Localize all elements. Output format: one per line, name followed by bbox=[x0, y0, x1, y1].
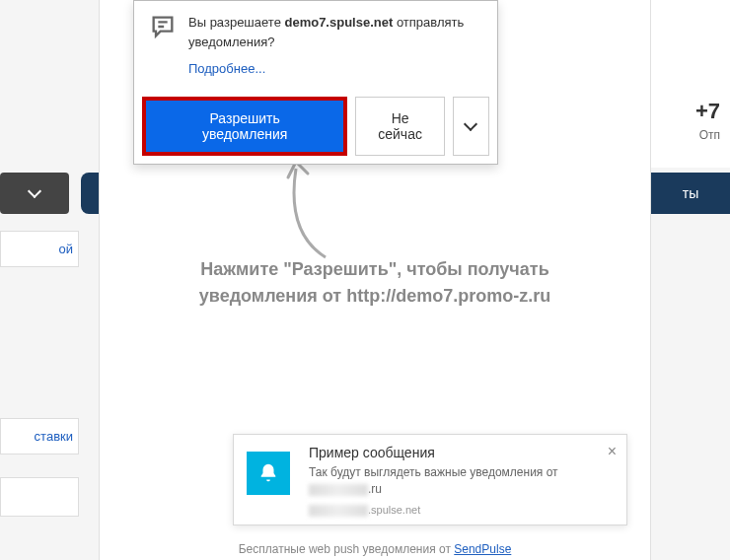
permission-more-link[interactable]: Подробнее... bbox=[188, 61, 265, 76]
bg-phone-number: +7 bbox=[695, 99, 720, 124]
permission-prompt-text: Вы разрешаете demo7.spulse.net отправлят… bbox=[188, 13, 479, 51]
bg-left-shape bbox=[81, 173, 101, 214]
notification-close-button[interactable]: × bbox=[608, 443, 617, 460]
notification-title: Пример сообщения bbox=[309, 445, 615, 460]
bg-sidebar-item-2[interactable]: ставки bbox=[0, 418, 79, 455]
bg-nav-button[interactable]: ты bbox=[651, 173, 730, 214]
permission-dialog: Вы разрешаете demo7.spulse.net отправлят… bbox=[133, 0, 498, 165]
chevron-down-icon bbox=[464, 117, 477, 131]
allow-button[interactable]: Разрешить уведомления bbox=[146, 101, 343, 152]
notification-bell-icon bbox=[247, 452, 290, 495]
curved-arrow-icon bbox=[266, 154, 365, 262]
bg-left-dropdown[interactable] bbox=[0, 173, 69, 214]
not-now-button[interactable]: Не сейчас bbox=[355, 97, 445, 156]
notification-description: Так будут выглядеть важные уведомления о… bbox=[309, 464, 615, 498]
allow-button-highlight: Разрешить уведомления bbox=[142, 97, 347, 156]
chevron-down-icon bbox=[28, 184, 41, 198]
blurred-domain bbox=[309, 484, 368, 496]
instruction-text: Нажмите "Разрешить", чтобы получать увед… bbox=[118, 256, 631, 310]
not-now-dropdown[interactable] bbox=[453, 97, 489, 156]
sendpulse-link[interactable]: SendPulse bbox=[454, 542, 511, 556]
bg-phone-subtitle: Отп bbox=[699, 128, 720, 142]
footer-credit: Бесплатные web push уведомления от SendP… bbox=[99, 542, 651, 556]
bg-sidebar-item-3[interactable] bbox=[0, 477, 79, 517]
speech-bubble-icon bbox=[149, 13, 177, 40]
bg-sidebar-item-1[interactable]: ой bbox=[0, 231, 79, 267]
blurred-source bbox=[309, 505, 368, 517]
sample-notification: Пример сообщения Так будут выглядеть важ… bbox=[233, 434, 627, 525]
bg-header-fragment bbox=[651, 0, 730, 168]
notification-source: .spulse.net bbox=[309, 504, 615, 517]
